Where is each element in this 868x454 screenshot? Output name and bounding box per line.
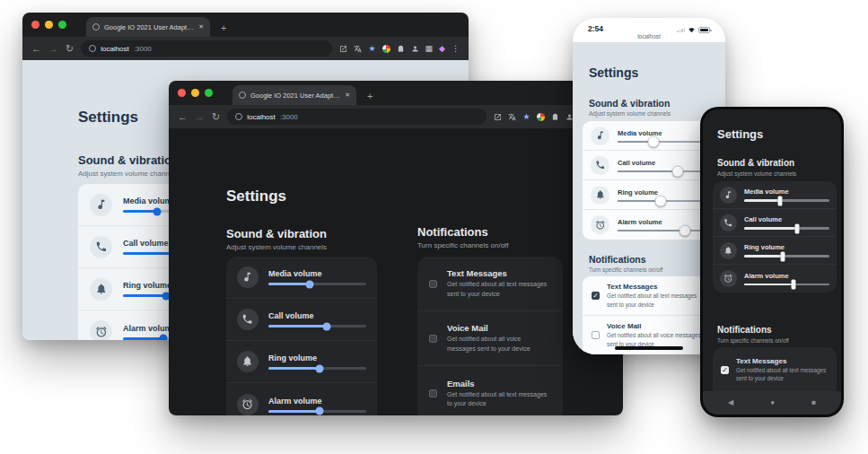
extension-ghost-icon[interactable] <box>397 45 405 53</box>
close-window-button[interactable] <box>31 21 39 29</box>
alarm-volume-row: Alarm volume <box>583 210 715 240</box>
toolbar-actions: ★ ▦ ◆ ⋮ <box>339 45 460 53</box>
voice-mail-checkbox[interactable] <box>429 335 437 343</box>
battery-icon <box>698 27 710 33</box>
sound-section-subtitle: Adjust system volume channels <box>78 170 179 178</box>
call-volume-row: Call volume <box>713 209 837 237</box>
phone-icon <box>241 313 253 325</box>
ring-volume-slider[interactable] <box>618 200 707 202</box>
media-volume-row: Media volume <box>583 121 715 151</box>
close-tab-icon[interactable]: ✕ <box>198 23 204 31</box>
android-home-button[interactable]: ● <box>770 399 775 406</box>
minimize-window-button[interactable] <box>191 89 199 97</box>
sound-section-heading: Sound & vibration <box>589 98 670 109</box>
tab-title: Google IO 2021 User Adaptive <box>104 23 194 31</box>
url-host: localhost <box>247 113 276 121</box>
ring-volume-slider[interactable] <box>744 255 829 258</box>
voice-mail-row: Voice Mail Get notified about all voice … <box>417 311 563 366</box>
site-info-icon[interactable] <box>89 45 96 52</box>
android-back-button[interactable]: ◀ <box>728 399 733 406</box>
alarm-clock-icon <box>595 220 606 231</box>
stage: Google IO 2021 User Adaptive ✕ + ← → ↻ l… <box>0 0 868 454</box>
profile-icon[interactable] <box>411 45 419 53</box>
android-recents-button[interactable]: ■ <box>811 399 816 406</box>
sound-section-heading: Sound & vibration <box>717 158 794 168</box>
text-messages-row: Text Messages Get notified about all tex… <box>583 276 715 316</box>
call-volume-label: Call volume <box>618 159 707 167</box>
alarm-clock-icon <box>241 398 253 410</box>
page-title: Settings <box>717 127 763 141</box>
text-messages-checkbox[interactable] <box>429 280 437 288</box>
alarm-volume-slider[interactable] <box>618 230 707 231</box>
browser-menu-icon[interactable]: ⋮ <box>452 45 460 53</box>
back-icon[interactable]: ← <box>178 112 188 122</box>
zoom-window-button[interactable] <box>205 89 213 97</box>
extensions-grid-icon[interactable]: ▦ <box>425 45 434 53</box>
call-volume-slider[interactable] <box>268 325 366 327</box>
browser-tab[interactable]: Google IO 2021 User Adaptive ✕ <box>232 85 356 105</box>
alarm-volume-label: Alarm volume <box>618 218 707 226</box>
notifications-subtitle: Turn specific channels on/off <box>417 241 508 249</box>
call-volume-label: Call volume <box>268 311 366 320</box>
reload-icon[interactable]: ↻ <box>66 44 74 54</box>
text-messages-checkbox[interactable] <box>721 366 729 374</box>
translate-icon[interactable] <box>508 113 516 121</box>
emails-checkbox[interactable] <box>429 389 437 397</box>
volume-card: Media volume Call volume <box>226 257 377 415</box>
sound-section-subtitle: Adjust system volume channels <box>717 170 796 177</box>
text-messages-label: Text Messages <box>607 283 706 291</box>
extension-gem-icon[interactable]: ◆ <box>439 45 445 53</box>
notifications-heading: Notifications <box>589 254 646 265</box>
url-port: :3000 <box>280 113 298 121</box>
close-tab-icon[interactable]: ✕ <box>345 92 350 99</box>
url-port: :3000 <box>134 45 152 53</box>
ring-volume-row: Ring volume <box>713 237 837 265</box>
browser-tab[interactable]: Google IO 2021 User Adaptive ✕ <box>86 17 210 37</box>
extension-ball-icon[interactable] <box>537 113 545 121</box>
call-volume-slider[interactable] <box>744 227 829 230</box>
back-icon[interactable]: ← <box>31 44 41 54</box>
bell-icon <box>95 283 108 295</box>
bookmark-star-icon[interactable]: ★ <box>368 45 375 53</box>
extension-ghost-icon[interactable] <box>551 113 559 121</box>
bookmark-star-icon[interactable]: ★ <box>522 113 530 121</box>
browser-toolbar: ← → ↻ localhost :3000 ★ ▦ ◆ ⋮ <box>22 37 469 60</box>
new-tab-button[interactable]: + <box>221 22 226 33</box>
voice-mail-checkbox[interactable] <box>592 331 600 339</box>
volume-card: Media volume Call volume Ring volume <box>583 121 715 240</box>
alarm-volume-label: Alarm volume <box>744 272 829 280</box>
text-messages-checkbox[interactable] <box>592 292 600 300</box>
home-indicator[interactable] <box>615 346 683 350</box>
alarm-volume-slider[interactable] <box>744 284 829 286</box>
alarm-volume-row: Alarm volume <box>713 265 837 292</box>
minimize-window-button[interactable] <box>45 21 53 29</box>
sound-section-subtitle: Adjust system volume channels <box>589 110 671 117</box>
open-in-new-icon[interactable] <box>494 113 502 121</box>
address-bar[interactable]: localhost :3000 <box>81 40 332 57</box>
ring-volume-slider[interactable] <box>268 367 366 370</box>
alarm-volume-slider[interactable] <box>268 410 366 413</box>
address-bar[interactable]: localhost :3000 <box>227 109 487 125</box>
safari-url-label[interactable]: localhost <box>573 33 725 42</box>
extension-ball-icon[interactable] <box>382 45 390 53</box>
call-volume-slider[interactable] <box>618 170 707 172</box>
translate-icon[interactable] <box>354 45 362 53</box>
media-volume-slider[interactable] <box>744 199 829 202</box>
media-volume-slider[interactable] <box>618 141 707 143</box>
notifications-card: Text Messages Get notified about all tex… <box>417 257 563 415</box>
close-window-button[interactable] <box>178 89 186 97</box>
alarm-volume-row: Alarm volume <box>226 383 377 415</box>
forward-icon[interactable]: → <box>195 112 205 122</box>
phone-icon <box>95 240 108 253</box>
new-tab-button[interactable]: + <box>367 91 373 101</box>
open-in-new-icon[interactable] <box>339 45 347 53</box>
bell-icon <box>595 189 606 200</box>
sound-section-subtitle: Adjust system volume channels <box>226 243 327 251</box>
reload-icon[interactable]: ↻ <box>212 112 220 122</box>
site-info-icon[interactable] <box>235 113 242 120</box>
forward-icon[interactable]: → <box>48 44 58 54</box>
voice-mail-label: Voice Mail <box>607 322 706 330</box>
call-volume-row: Call volume <box>583 151 715 180</box>
media-volume-slider[interactable] <box>268 283 366 285</box>
zoom-window-button[interactable] <box>58 21 66 29</box>
